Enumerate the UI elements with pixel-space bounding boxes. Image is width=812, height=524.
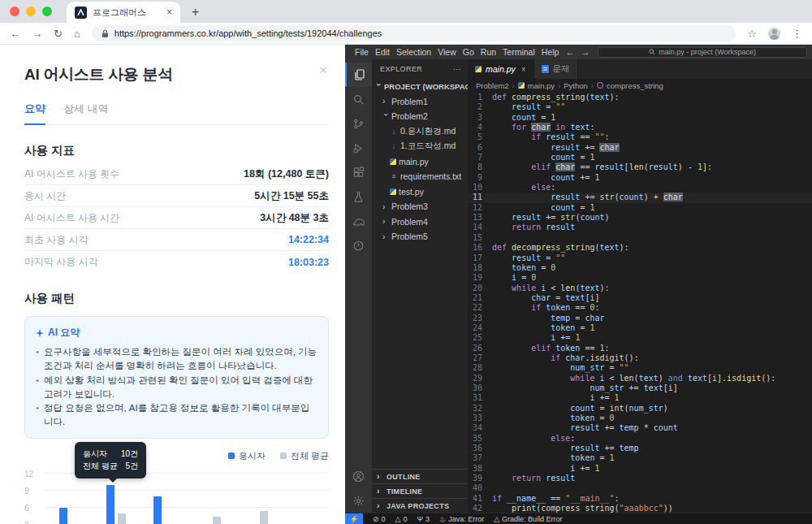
breadcrumb-item[interactable]: Python bbox=[564, 81, 588, 90]
editor-tab-main.py[interactable]: main.py× bbox=[468, 59, 534, 79]
bar-전체 평균[interactable] bbox=[213, 517, 221, 524]
breadcrumb-item[interactable]: main.py bbox=[528, 81, 555, 90]
code-token: text bbox=[688, 374, 707, 383]
code-token: compress_string bbox=[512, 93, 585, 102]
menu-run[interactable]: Run bbox=[477, 47, 499, 57]
new-tab-button[interactable]: + bbox=[192, 5, 199, 19]
browser-profile-avatar[interactable] bbox=[768, 28, 780, 40]
code-line-content: print(compress_string("aaabbcc")) bbox=[492, 504, 673, 513]
tree-item-1.코드작성.md[interactable]: ↓1.코드작성.md bbox=[372, 139, 468, 154]
code-line-content: count = 1 bbox=[492, 203, 594, 213]
source-control-icon[interactable] bbox=[345, 111, 372, 136]
bar-응시자[interactable] bbox=[106, 485, 114, 524]
remote-indicator-icon[interactable]: ⚡ bbox=[345, 513, 363, 524]
section-timeline[interactable]: ›TIMELINE bbox=[372, 483, 468, 498]
status-ports[interactable]: Ψ3 bbox=[417, 515, 430, 523]
address-bar[interactable]: https://programmers.co.kr/app/with_setti… bbox=[92, 25, 736, 41]
bar-전체 평균[interactable] bbox=[118, 513, 126, 524]
code-line-22: 22 if token == 0: bbox=[468, 303, 812, 313]
code-token: 1 bbox=[615, 393, 620, 402]
tab-요약[interactable]: 요약 bbox=[24, 102, 45, 125]
run-debug-icon[interactable] bbox=[345, 136, 372, 160]
code-token: and bbox=[668, 374, 683, 383]
section-java-projects[interactable]: ›JAVA PROJECTS bbox=[372, 498, 468, 513]
bookmark-star-icon[interactable]: ☆ bbox=[747, 28, 757, 40]
tree-item-Problem5[interactable]: ›Problem5 bbox=[372, 229, 468, 245]
breadcrumb-item[interactable]: compress_string bbox=[607, 81, 663, 90]
spring-boot-icon[interactable] bbox=[345, 233, 372, 258]
code-token: token bbox=[570, 414, 594, 422]
vscode-search-box[interactable]: main.py - project (Workspace) bbox=[598, 47, 807, 58]
editor-group: main.py×문제 Problem2›main.py›Python›compr… bbox=[468, 59, 812, 513]
menu-view[interactable]: View bbox=[434, 47, 460, 57]
menu-selection[interactable]: Selection bbox=[393, 47, 434, 57]
testing-icon[interactable] bbox=[345, 184, 372, 209]
status-java-status[interactable]: ♨Java: Error bbox=[439, 515, 484, 523]
tree-item-Problem1[interactable]: ›Problem1 bbox=[372, 94, 468, 110]
maximize-window-button[interactable] bbox=[42, 6, 52, 16]
menu-go[interactable]: Go bbox=[460, 47, 477, 57]
code-editor[interactable]: 1def compress_string(text):2 result = ""… bbox=[468, 92, 812, 513]
reload-icon[interactable]: ↻ bbox=[54, 28, 63, 40]
explorer-actions-icon[interactable]: ··· bbox=[453, 65, 461, 73]
minimize-window-button[interactable] bbox=[26, 6, 36, 16]
status-bar: ⚡ ⊘0△0Ψ3♨Java: Error△Gradle: Build Error bbox=[345, 513, 812, 524]
tree-item-test.py[interactable]: test.py bbox=[372, 184, 468, 200]
menu-edit[interactable]: Edit bbox=[372, 47, 393, 57]
panel-close-icon[interactable]: × bbox=[319, 63, 327, 79]
code-token bbox=[492, 132, 531, 141]
bar-응시자[interactable] bbox=[59, 508, 67, 524]
bar-group-요구사항 분석 bbox=[45, 474, 93, 524]
tab-close-icon[interactable]: × bbox=[521, 65, 526, 74]
line-number: 35 bbox=[468, 434, 492, 444]
settings-gear-icon[interactable] bbox=[345, 488, 372, 513]
code-line-9: 9 count += 1 bbox=[468, 173, 812, 183]
code-token: text bbox=[590, 93, 609, 102]
tree-item-label: Problem4 bbox=[391, 217, 428, 227]
back-icon[interactable]: ← bbox=[10, 28, 20, 40]
menu-file[interactable]: File bbox=[352, 47, 372, 57]
tab-상세 내역[interactable]: 상세 내역 bbox=[63, 102, 109, 124]
tree-item-PROJECT (WORKSPACE)[interactable]: ›PROJECT (WORKSPACE) bbox=[372, 79, 468, 94]
code-token: result bbox=[512, 253, 541, 262]
search-sidebar-icon[interactable] bbox=[345, 87, 372, 111]
editor-nav-back-icon[interactable]: ← bbox=[565, 47, 574, 57]
code-token: ) + bbox=[644, 193, 663, 201]
tree-item-Problem3[interactable]: ›Problem3 bbox=[372, 199, 468, 214]
bar-전체 평균[interactable] bbox=[260, 511, 268, 524]
account-icon[interactable] bbox=[345, 464, 372, 488]
status-errors[interactable]: ⊘0 bbox=[373, 515, 386, 523]
editor-nav-forward-icon[interactable]: → bbox=[581, 47, 590, 57]
tree-item-requirements.txt[interactable]: ≡requirements.txt bbox=[372, 169, 468, 184]
bullet-dot-icon: • bbox=[36, 374, 39, 402]
pattern-section-title: 사용 패턴 bbox=[24, 291, 329, 306]
code-token: ] bbox=[673, 383, 678, 392]
python-file-icon bbox=[475, 66, 482, 72]
bar-응시자[interactable] bbox=[153, 496, 162, 524]
browser-tab[interactable]: 프로그래머스 × bbox=[67, 2, 180, 23]
browser-menu-icon[interactable]: ⋮ bbox=[792, 28, 802, 40]
tooltip-row: 전체 평균5건 bbox=[83, 460, 138, 473]
gradle-icon[interactable] bbox=[345, 209, 372, 233]
close-window-button[interactable] bbox=[10, 6, 19, 16]
tree-item-0.응시환경.md[interactable]: ↓0.응시환경.md bbox=[372, 124, 468, 140]
explorer-icon[interactable] bbox=[345, 63, 372, 87]
status-warnings[interactable]: △0 bbox=[395, 515, 408, 523]
menu-help[interactable]: Help bbox=[538, 47, 563, 57]
forward-icon[interactable]: → bbox=[32, 28, 42, 40]
extensions-icon[interactable] bbox=[345, 160, 372, 184]
home-icon[interactable]: ⌂ bbox=[74, 28, 80, 40]
tree-item-Problem4[interactable]: ›Problem4 bbox=[372, 214, 468, 230]
tab-close-icon[interactable]: × bbox=[166, 6, 172, 18]
status-gradle-status[interactable]: △Gradle: Build Error bbox=[494, 515, 562, 523]
menu-terminal[interactable]: Terminal bbox=[499, 47, 538, 57]
bullet-text: 요구사항을 세부적으로 확인하는 질문이 여러 차례 있었으며, 기능 조건과 … bbox=[44, 345, 317, 374]
tree-item-main.py[interactable]: main.py bbox=[372, 154, 468, 170]
breadcrumb-item[interactable]: Problem2 bbox=[476, 81, 509, 90]
breadcrumb[interactable]: Problem2›main.py›Python›compress_string bbox=[468, 79, 812, 92]
chevron-right-icon: › bbox=[377, 501, 383, 510]
tree-item-Problem2[interactable]: ›Problem2 bbox=[372, 109, 468, 124]
code-line-content: char = text[i] bbox=[492, 293, 600, 303]
editor-tab-문제[interactable]: 문제 bbox=[534, 59, 578, 79]
section-outline[interactable]: ›OUTLINE bbox=[372, 469, 468, 483]
